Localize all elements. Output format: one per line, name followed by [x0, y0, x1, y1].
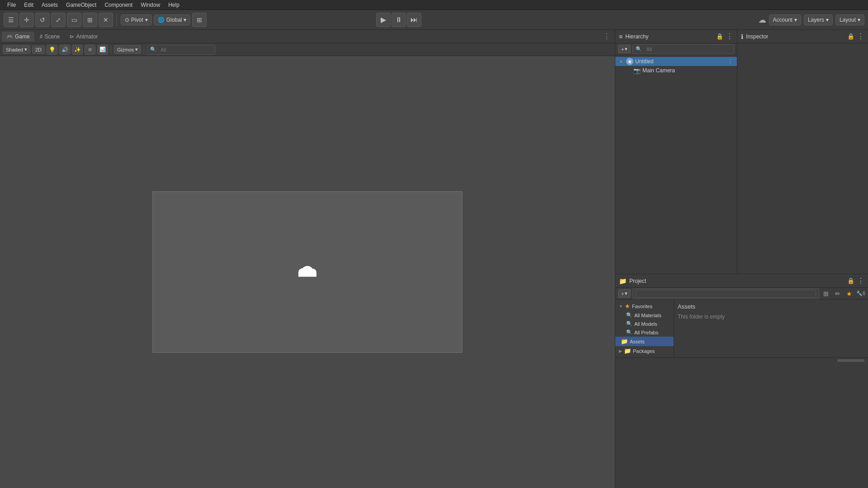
hierarchy-title: Hierarchy — [625, 33, 713, 40]
project-sidebar: ▼ ★ Favorites 🔍 All Materials 🔍 All Mode… — [615, 300, 674, 357]
stats-button[interactable]: 📊 — [97, 45, 108, 55]
all-models-label: All Models — [634, 321, 657, 327]
audio-button[interactable]: 🔊 — [59, 45, 70, 55]
right-top: ≡ Hierarchy 🔒 ⋮ + ▾ 🔍 — [615, 30, 868, 274]
layout-arrow: ▾ — [858, 17, 860, 23]
pause-button[interactable]: ⏸ — [392, 13, 406, 27]
inspector-lock-icon[interactable]: 🔒 — [847, 33, 854, 40]
project-view-btn-2[interactable]: ✏ — [833, 289, 843, 299]
snap-button[interactable]: ⊞ — [192, 13, 207, 27]
rect-tool-button[interactable]: ▭ — [67, 13, 81, 27]
project-add-icon: + — [621, 291, 624, 296]
project-search-input[interactable] — [636, 290, 816, 298]
project-favorites-item[interactable]: ▼ ★ Favorites — [615, 301, 674, 311]
layers-label: Layers — [808, 17, 824, 23]
project-scrollbar[interactable] — [615, 357, 868, 363]
favorites-expand-arrow: ▼ — [619, 304, 623, 309]
2d-label: 2D — [35, 47, 42, 52]
all-models-search-icon: 🔍 — [626, 321, 632, 327]
project-count: 🔧6 — [856, 291, 865, 296]
hierarchy-search-input[interactable] — [643, 46, 731, 53]
tab-scene[interactable]: # Scene — [35, 32, 65, 42]
inspector-panel: ℹ Inspector 🔒 ⋮ — [737, 30, 868, 274]
project-all-prefabs-item[interactable]: 🔍 All Prefabs — [615, 328, 674, 337]
hand-tool-button[interactable]: ☰ — [4, 13, 18, 27]
project-icon: 📁 — [619, 277, 627, 285]
project-lock-icon[interactable]: 🔒 — [847, 277, 854, 284]
lighting-button[interactable]: 💡 — [47, 45, 57, 55]
tab-game[interactable]: 🎮 Game — [2, 32, 34, 42]
shaded-dropdown[interactable]: Shaded ▾ — [3, 45, 30, 54]
project-view-btn-1[interactable]: ⊞ — [821, 289, 831, 299]
camera-icon: 📷 — [633, 67, 641, 74]
menu-edit[interactable]: Edit — [20, 1, 37, 9]
hierarchy-scene-item[interactable]: ▼ ◉ Untitled ⋮ — [615, 57, 737, 66]
scale-tool-button[interactable]: ⤢ — [51, 13, 66, 27]
cloud-object — [296, 263, 319, 282]
pivot-dropdown[interactable]: ⊙ Pivot ▾ — [121, 14, 152, 25]
hierarchy-lock-icon[interactable]: 🔒 — [716, 33, 723, 40]
project-add-button[interactable]: + ▾ — [618, 289, 631, 298]
scene-search-input[interactable] — [158, 46, 212, 53]
hierarchy-toolbar: + ▾ 🔍 — [615, 43, 737, 55]
account-label: Account — [773, 17, 793, 23]
assets-title: Assets — [678, 303, 725, 310]
play-button[interactable]: ▶ — [376, 13, 391, 27]
toolbar: ☰ ✛ ↺ ⤢ ▭ ⊞ ✕ ⊙ Pivot ▾ 🌐 Global ▾ ⊞ ▶ ⏸… — [0, 10, 868, 30]
inspector-icon: ℹ — [741, 33, 743, 40]
all-prefabs-search-icon: 🔍 — [626, 329, 632, 335]
project-more-icon[interactable]: ⋮ — [857, 277, 864, 285]
game-tab-icon: 🎮 — [6, 33, 13, 40]
project-all-models-item[interactable]: 🔍 All Models — [615, 319, 674, 328]
camera-name-label: Main Camera — [642, 67, 675, 74]
tab-animator[interactable]: ⊳ Animator — [65, 32, 102, 42]
menubar: File Edit Assets GameObject Component Wi… — [0, 0, 868, 10]
scene-tab-icon: # — [40, 33, 43, 40]
step-button[interactable]: ⏭ — [407, 13, 421, 27]
hierarchy-more-icon[interactable]: ⋮ — [726, 32, 733, 41]
inspector-more-icon[interactable]: ⋮ — [857, 32, 864, 41]
gizmos-arrow: ▾ — [135, 47, 138, 52]
layout-dropdown[interactable]: Layout ▾ — [835, 14, 864, 25]
layers-dropdown[interactable]: Layers ▾ — [804, 14, 833, 25]
project-assets-item[interactable]: 📁 Assets — [615, 337, 674, 346]
hierarchy-add-button[interactable]: + ▾ — [618, 45, 631, 53]
rotate-tool-button[interactable]: ↺ — [35, 13, 50, 27]
scene-options-icon[interactable]: ⋮ — [727, 58, 733, 65]
menu-gameobject[interactable]: GameObject — [62, 1, 100, 9]
menu-help[interactable]: Help — [165, 1, 183, 9]
scene-viewport[interactable] — [0, 56, 615, 488]
gizmos-dropdown[interactable]: Gizmos ▾ — [114, 45, 141, 54]
account-dropdown[interactable]: Account ▾ — [769, 14, 801, 25]
scene-tab-options[interactable]: ⋮ — [600, 32, 613, 41]
project-star-btn[interactable]: ★ — [844, 289, 854, 299]
menu-file[interactable]: File — [4, 1, 19, 9]
custom-tool-button[interactable]: ✕ — [99, 13, 113, 27]
assets-folder-icon: 📁 — [621, 338, 628, 345]
pivot-icon: ⊙ — [125, 17, 129, 23]
cloud-button[interactable]: ☁ — [758, 15, 766, 25]
hide-button[interactable]: ⊘ — [85, 45, 95, 55]
hierarchy-icon: ≡ — [619, 33, 623, 40]
hierarchy-camera-item[interactable]: 📷 Main Camera — [615, 66, 737, 75]
packages-label: Packages — [633, 348, 655, 354]
pivot-label: Pivot — [131, 17, 143, 23]
menu-window[interactable]: Window — [137, 1, 164, 9]
global-dropdown[interactable]: 🌐 Global ▾ — [154, 14, 191, 25]
assets-label: Assets — [630, 339, 645, 344]
scene-expand-arrow: ▼ — [619, 59, 624, 64]
2d-button[interactable]: 2D — [32, 46, 45, 54]
move-tool-button[interactable]: ✛ — [19, 13, 34, 27]
svg-rect-3 — [298, 272, 316, 277]
menu-assets[interactable]: Assets — [38, 1, 61, 9]
inspector-header: ℹ Inspector 🔒 ⋮ — [737, 30, 868, 43]
project-main: Assets This folder is empty — [674, 300, 868, 357]
effects-button[interactable]: ✨ — [72, 45, 83, 55]
project-packages-item[interactable]: ▶ 📁 Packages — [615, 346, 674, 356]
transform-tool-button[interactable]: ⊞ — [83, 13, 97, 27]
empty-folder-label: This folder is empty — [678, 314, 725, 320]
project-all-materials-item[interactable]: 🔍 All Materials — [615, 311, 674, 319]
scrollbar-thumb[interactable] — [837, 359, 864, 362]
menu-component[interactable]: Component — [101, 1, 136, 9]
scene-toolbar: Shaded ▾ 2D 💡 🔊 ✨ ⊘ 📊 Gizmos ▾ 🔍 — [0, 43, 615, 56]
